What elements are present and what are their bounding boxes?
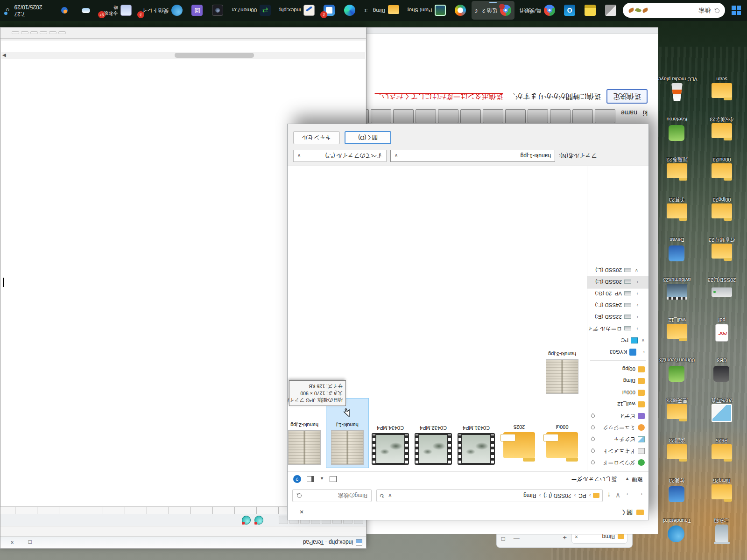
form-cell[interactable] (483, 109, 503, 123)
desktop-icon[interactable]: avidemux23 (655, 266, 698, 301)
file-item[interactable]: C0434.MP4 (369, 399, 411, 468)
tree-chevron-icon[interactable]: ∨ (640, 338, 645, 343)
desktop-icon[interactable]: Thunderbird (655, 506, 698, 542)
file-item[interactable]: hanuki-2.jpg (288, 399, 325, 468)
tree-chevron-icon[interactable]: › (634, 326, 638, 331)
open-button[interactable]: 開く(O) (345, 131, 391, 144)
address-dropdown-icon[interactable]: ∨ (388, 492, 392, 499)
menu-item[interactable] (355, 531, 363, 532)
up-icon[interactable]: ↑ (607, 492, 611, 500)
taskbar-app-button[interactable] (581, 1, 599, 20)
filetype-select[interactable]: すべてのファイル (*.*) ∨ (293, 150, 387, 162)
scrollbar-thumb[interactable] (175, 53, 254, 58)
breadcrumb-folder[interactable]: Bimg (522, 492, 537, 499)
taskbar-app-button[interactable]: 受信トレイ - 3 (137, 1, 186, 20)
taskbar-app-button[interactable]: Bimg - エ (361, 1, 403, 20)
start-button[interactable] (728, 1, 744, 20)
tree-item[interactable]: 000ul (587, 387, 648, 399)
desktop-icon[interactable]: 20SSD(L)23 (700, 266, 743, 301)
file-item[interactable]: 000ul (541, 399, 583, 468)
form-cell[interactable] (505, 109, 526, 123)
dialog-titlebar[interactable]: 開く × (288, 505, 648, 520)
desktop-icon[interactable]: 小5漢字23 (700, 105, 743, 141)
forward-icon[interactable]: → (625, 492, 632, 500)
taskbar-app-button[interactable] (451, 1, 470, 20)
form-cell[interactable] (572, 109, 593, 123)
taskbar-app-button[interactable] (208, 1, 227, 20)
taskbar-app-button[interactable] (601, 1, 620, 20)
form-cell[interactable] (416, 109, 436, 123)
tree-chevron-icon[interactable]: › (640, 350, 645, 355)
tree-item[interactable]: ∨ 20SSD (L:) (587, 265, 648, 276)
menu-item[interactable] (327, 531, 335, 532)
form-cell[interactable] (550, 109, 571, 123)
breadcrumb-pc[interactable]: PC (578, 492, 587, 499)
desktop-icon[interactable]: 付箋23 (655, 466, 698, 502)
search-box[interactable]: Bimgの検索 (292, 489, 372, 502)
submit-button[interactable]: 送信決定 (606, 89, 648, 104)
maximize-icon[interactable]: □ (501, 536, 505, 543)
desktop-icon[interactable]: P625 (700, 426, 743, 462)
view-dropdown-icon[interactable]: ▲ (320, 477, 324, 482)
taskbar-app-button[interactable]: 令和攻略 9+ (98, 1, 135, 20)
menu-item[interactable] (317, 531, 326, 532)
desktop-icon[interactable]: 行き帰り23 (700, 225, 743, 261)
tree-item[interactable]: wall_12 (587, 399, 648, 410)
form-cell[interactable] (595, 109, 615, 123)
tree-chevron-icon[interactable]: › (634, 291, 638, 296)
menu-item[interactable] (336, 531, 345, 532)
address-bar[interactable]: › PC › 20SSD (L:) › Bimg ∨ ↻ (376, 489, 603, 502)
organize-button[interactable]: 整理 ▼ (625, 475, 643, 483)
tray-icon[interactable] (61, 7, 68, 14)
desktop-icon[interactable]: 2025写真 (700, 386, 743, 422)
desktop-icon[interactable]: 楽譜23 (655, 426, 698, 462)
taskbar-app-button[interactable]: index.php (276, 1, 318, 20)
form-cell[interactable] (528, 109, 548, 123)
taskbar-app-button[interactable]: Paint Shop (404, 1, 449, 20)
tree-chevron-icon[interactable]: › (634, 315, 638, 320)
breadcrumb-drive[interactable]: 20SSD (L:) (543, 492, 572, 499)
desktop-icon[interactable]: ごみ箱 (700, 506, 743, 542)
tree-item[interactable]: ダウンロード (587, 457, 648, 469)
desktop-icon[interactable]: pdf (700, 306, 743, 342)
new-tab-button[interactable]: + (563, 534, 567, 542)
tree-item[interactable]: 00jpg (587, 364, 648, 375)
form-cell[interactable] (438, 109, 458, 123)
minimize-icon[interactable]: ─ (40, 538, 56, 547)
notification-bell-icon[interactable]: ○ (6, 7, 9, 14)
desktop-icon[interactable]: CB3 (700, 346, 743, 382)
desktop-icon[interactable]: VLC media player (655, 65, 698, 101)
taskbar-clock[interactable]: 7:27 2025/10/29 (14, 4, 42, 18)
desktop-icon[interactable]: 00mon7.com23 (655, 346, 698, 382)
tree-item[interactable]: ドキュメント (587, 445, 648, 457)
form-cell[interactable] (371, 109, 391, 123)
desktop-icon[interactable]: 予算23 (655, 185, 698, 221)
back-icon[interactable]: ← (637, 492, 644, 500)
desktop-icon[interactable]: Bimg25 (700, 466, 743, 502)
tree-item[interactable]: Bimg (587, 375, 648, 387)
menu-item[interactable] (299, 531, 307, 532)
new-folder-button[interactable]: 新しいフォルダー (571, 475, 617, 483)
tray-icon[interactable] (82, 8, 90, 13)
filename-input[interactable]: hanuki-1.jpg ∨ (390, 150, 555, 162)
taskbar-app-button[interactable]: 2 (320, 1, 339, 20)
terapad-titlebar[interactable]: index.php - TeraPad ─ □ × (0, 536, 366, 548)
file-item[interactable]: C0432.MP4 (412, 399, 454, 468)
maximize-icon[interactable]: □ (22, 538, 38, 547)
horizontal-scrollbar[interactable]: ▶ (1, 52, 365, 59)
tree-chevron-icon[interactable]: › (634, 303, 638, 308)
menu-item[interactable] (345, 531, 354, 532)
close-icon[interactable]: × (292, 509, 311, 517)
view-mode-icon[interactable] (330, 476, 337, 482)
tree-chevron-icon[interactable]: ∨ (634, 268, 638, 273)
desktop-icon[interactable]: wall_12 (655, 306, 698, 342)
tree-item[interactable]: ビデオ (587, 410, 648, 422)
tree-chevron-icon[interactable]: › (634, 280, 638, 285)
file-list-pane[interactable]: 000ul 2025 C0431.MP4 C0432.MP4 C0434.MP4 (288, 166, 587, 471)
desktop-icon[interactable]: Devas (655, 225, 698, 261)
form-cell[interactable] (460, 109, 481, 123)
desktop-icon[interactable]: Kaetarou (655, 105, 698, 141)
history-chevron-icon[interactable]: ∨ (615, 491, 620, 500)
search-tool-icon[interactable] (254, 516, 263, 525)
toolbar-button[interactable] (279, 516, 288, 525)
